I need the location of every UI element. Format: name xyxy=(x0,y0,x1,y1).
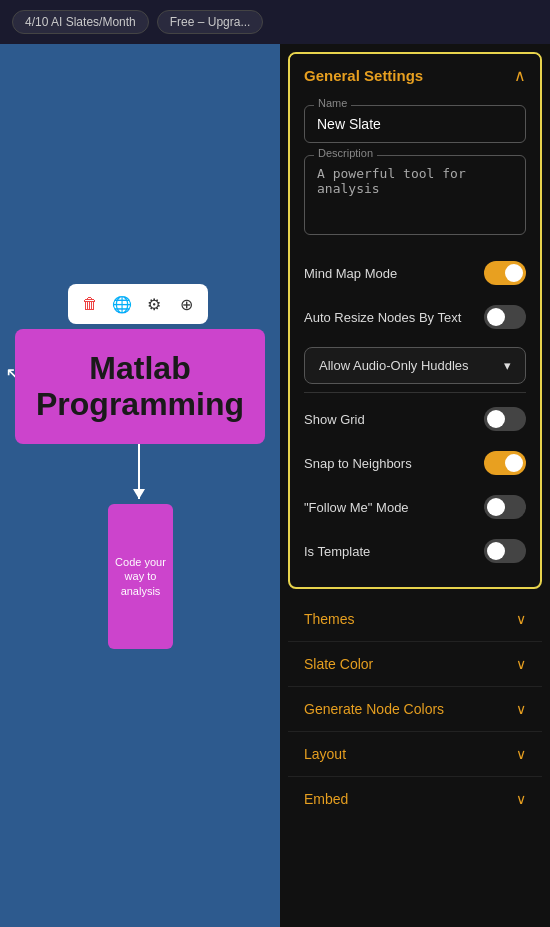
mind-map-mode-toggle[interactable] xyxy=(484,261,526,285)
mind-map-mode-row: Mind Map Mode xyxy=(304,251,526,295)
mind-map-thumb xyxy=(505,264,523,282)
auto-resize-label: Auto Resize Nodes By Text xyxy=(304,310,484,325)
is-template-thumb xyxy=(487,542,505,560)
mind-map-mode-label: Mind Map Mode xyxy=(304,266,484,281)
collapsed-chevron-icon: ∨ xyxy=(516,701,526,717)
delete-icon[interactable]: 🗑 xyxy=(76,290,104,318)
main-node[interactable]: MatlabProgramming xyxy=(15,329,265,444)
collapsed-title: Layout xyxy=(304,746,346,762)
top-bar: 4/10 AI Slates/Month Free – Upgra... xyxy=(0,0,550,44)
is-template-label: Is Template xyxy=(304,544,484,559)
general-settings-title: General Settings xyxy=(304,67,423,84)
huddle-dropdown-row: Allow Audio-Only Huddles ▾ xyxy=(304,347,526,384)
child-node-text: Code your way to analysis xyxy=(114,555,167,598)
globe-icon[interactable]: 🌐 xyxy=(108,290,136,318)
follow-me-track[interactable] xyxy=(484,495,526,519)
collapsed-sections: Themes ∨ Slate Color ∨ Generate Node Col… xyxy=(280,597,550,821)
collapsed-chevron-icon: ∨ xyxy=(516,611,526,627)
name-input[interactable] xyxy=(304,105,526,143)
auto-resize-track[interactable] xyxy=(484,305,526,329)
collapsed-chevron-icon: ∨ xyxy=(516,791,526,807)
mind-map-track[interactable] xyxy=(484,261,526,285)
follow-me-thumb xyxy=(487,498,505,516)
huddle-dropdown[interactable]: Allow Audio-Only Huddles ▾ xyxy=(304,347,526,384)
collapsed-section-generate-node-colors[interactable]: Generate Node Colors ∨ xyxy=(288,687,542,732)
is-template-track[interactable] xyxy=(484,539,526,563)
snap-neighbors-toggle[interactable] xyxy=(484,451,526,475)
snap-neighbors-label: Snap to Neighbors xyxy=(304,456,484,471)
show-grid-toggle[interactable] xyxy=(484,407,526,431)
is-template-row: Is Template xyxy=(304,529,526,573)
huddle-dropdown-label: Allow Audio-Only Huddles xyxy=(319,358,469,373)
general-settings-section: General Settings ∧ Name Description A po… xyxy=(288,52,542,589)
auto-resize-row: Auto Resize Nodes By Text xyxy=(304,295,526,339)
collapsed-section-embed[interactable]: Embed ∨ xyxy=(288,777,542,821)
ai-slates-pill[interactable]: 4/10 AI Slates/Month xyxy=(12,10,149,34)
auto-resize-toggle[interactable] xyxy=(484,305,526,329)
collapsed-section-slate-color[interactable]: Slate Color ∨ xyxy=(288,642,542,687)
collapsed-title: Themes xyxy=(304,611,355,627)
upgrade-pill[interactable]: Free – Upgra... xyxy=(157,10,264,34)
general-settings-header[interactable]: General Settings ∧ xyxy=(290,54,540,97)
huddle-chevron-icon: ▾ xyxy=(504,358,511,373)
collapsed-section-layout[interactable]: Layout ∨ xyxy=(288,732,542,777)
add-icon[interactable]: ⊕ xyxy=(172,290,200,318)
follow-me-label: "Follow Me" Mode xyxy=(304,500,484,515)
collapsed-title: Embed xyxy=(304,791,348,807)
description-field-group: Description A powerful tool for analysis xyxy=(304,155,526,239)
show-grid-track[interactable] xyxy=(484,407,526,431)
name-field-group: Name xyxy=(304,105,526,143)
node-toolbar: 🗑 🌐 ⚙ ⊕ xyxy=(68,284,208,324)
settings-icon[interactable]: ⚙ xyxy=(140,290,168,318)
show-grid-thumb xyxy=(487,410,505,428)
collapsed-title: Slate Color xyxy=(304,656,373,672)
follow-me-row: "Follow Me" Mode xyxy=(304,485,526,529)
collapsed-section-themes[interactable]: Themes ∨ xyxy=(288,597,542,642)
arrow-connector xyxy=(138,444,140,499)
settings-body: Name Description A powerful tool for ana… xyxy=(290,97,540,587)
canvas: 🗑 🌐 ⚙ ⊕ ↖ MatlabProgramming Code your wa… xyxy=(0,44,280,927)
collapsed-chevron-icon: ∨ xyxy=(516,746,526,762)
collapsed-chevron-icon: ∨ xyxy=(516,656,526,672)
snap-neighbors-track[interactable] xyxy=(484,451,526,475)
divider-1 xyxy=(304,392,526,393)
snap-neighbors-row: Snap to Neighbors xyxy=(304,441,526,485)
main-node-text: MatlabProgramming xyxy=(36,351,244,421)
is-template-toggle[interactable] xyxy=(484,539,526,563)
snap-neighbors-thumb xyxy=(505,454,523,472)
show-grid-row: Show Grid xyxy=(304,397,526,441)
description-label: Description xyxy=(314,147,377,159)
child-node[interactable]: Code your way to analysis xyxy=(108,504,173,649)
show-grid-label: Show Grid xyxy=(304,412,484,427)
collapsed-title: Generate Node Colors xyxy=(304,701,444,717)
general-settings-chevron: ∧ xyxy=(514,66,526,85)
follow-me-toggle[interactable] xyxy=(484,495,526,519)
auto-resize-thumb xyxy=(487,308,505,326)
description-input[interactable]: A powerful tool for analysis xyxy=(304,155,526,235)
main-content: 🗑 🌐 ⚙ ⊕ ↖ MatlabProgramming Code your wa… xyxy=(0,44,550,927)
name-label: Name xyxy=(314,97,351,109)
right-panel: General Settings ∧ Name Description A po… xyxy=(280,44,550,927)
